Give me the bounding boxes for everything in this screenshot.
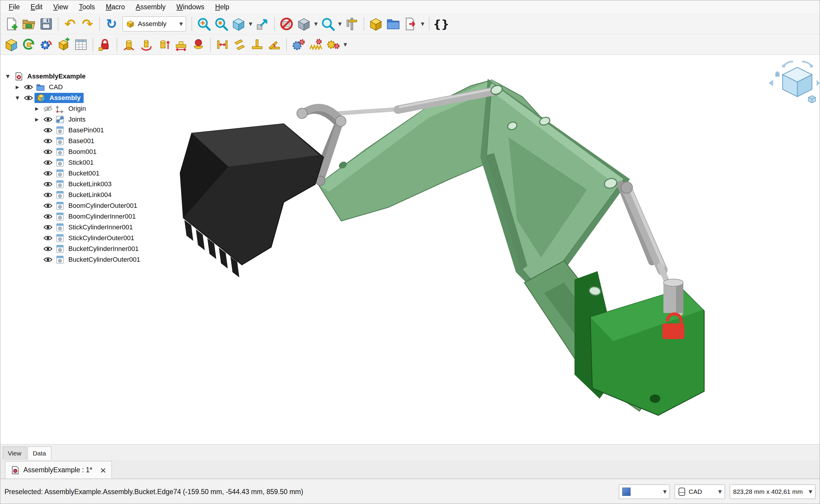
rack-pinion-joint-button[interactable] [307,36,325,53]
visibility-eye-icon[interactable] [42,181,54,187]
tree-item-part[interactable]: Bucket001 [0,168,162,179]
new-part-button[interactable] [55,36,72,53]
toggle-grounded-button[interactable] [96,36,113,53]
menu-edit[interactable]: Edit [25,0,48,13]
clipping-plane-button[interactable] [278,15,295,33]
tab-data[interactable]: Data [28,447,51,460]
expander-down-icon[interactable]: ▼ [12,95,22,101]
distance-joint-button[interactable] [214,36,231,53]
background-color-select[interactable]: ▼ [619,485,670,499]
visibility-eye-icon[interactable] [42,235,54,241]
appearance-dropdown-arrow[interactable]: ▼ [313,15,319,33]
export-dropdown-arrow[interactable]: ▼ [419,15,426,33]
visibility-eye-icon[interactable] [42,202,54,209]
open-document-button[interactable] [20,15,37,33]
bill-of-materials-button[interactable] [72,36,90,53]
undo-button[interactable]: ↶ [61,15,79,33]
tree-item-part[interactable]: BucketLink004 [0,190,162,200]
zoom-dropdown-arrow[interactable]: ▼ [337,15,343,33]
fit-all-button[interactable] [195,15,213,33]
export-button[interactable] [402,15,419,33]
menu-macro[interactable]: Macro [100,0,130,13]
workbench-selector[interactable]: Assembly ▼ [122,16,186,31]
expander-down-icon[interactable]: ▼ [3,74,13,79]
expression-button[interactable]: {} [432,15,450,33]
gears-dropdown-arrow[interactable]: ▼ [342,36,349,53]
expander-right-icon[interactable]: ▶ [32,106,42,111]
slider-joint-button[interactable] [172,36,190,53]
visibility-eye-icon[interactable] [42,246,54,252]
isometric-view-button[interactable] [230,15,247,33]
tree-item-part[interactable]: Boom001 [0,146,162,157]
refresh-button[interactable]: ↻ [103,15,120,33]
cylindrical-joint-button[interactable] [155,36,172,53]
zoom-button[interactable] [319,15,337,33]
create-part-button[interactable] [367,15,385,33]
fit-selection-button[interactable] [213,15,230,33]
navigation-style-select[interactable]: CAD ▼ [675,485,725,499]
visibility-eye-off-icon[interactable] [42,105,54,112]
link-navigate-button[interactable] [254,15,271,33]
fixed-joint-button[interactable] [120,36,137,53]
menu-view[interactable]: View [48,0,73,13]
revolute-joint-button[interactable] [137,36,155,53]
appearance-button[interactable] [295,15,313,33]
menu-tools[interactable]: Tools [73,0,100,13]
save-document-button[interactable] [37,15,55,33]
visibility-eye-icon[interactable] [22,84,34,90]
base-pin-part[interactable] [664,279,683,313]
tab-view[interactable]: View [3,447,26,460]
visibility-eye-icon[interactable] [42,116,54,123]
tree-item-cad[interactable]: ▶ CAD [0,82,162,93]
create-group-button[interactable] [385,15,402,33]
menu-help[interactable]: Help [210,0,235,13]
visibility-eye-icon[interactable] [42,127,54,134]
visibility-eye-icon[interactable] [42,159,54,166]
visibility-eye-icon[interactable] [42,224,54,231]
view-dropdown-arrow[interactable]: ▼ [247,15,254,33]
expander-right-icon[interactable]: ▶ [12,84,22,90]
parallel-joint-button[interactable] [231,36,249,53]
insert-component-button[interactable] [20,36,37,53]
tree-item-part[interactable]: StickCylinderInner001 [0,222,162,233]
visibility-eye-icon[interactable] [42,192,54,198]
tree-item-part[interactable]: BucketCylinderInner001 [0,243,162,254]
dimension-select[interactable]: 823,28 mm x 402,61 mm ▼ [730,485,816,499]
tree-item-joints[interactable]: ▶ Joints [0,114,162,125]
tree-item-root[interactable]: ▼ AssemblyExample [0,71,162,82]
gears-joint-button[interactable] [325,36,342,53]
tree-item-part[interactable]: BucketLink003 [0,179,162,190]
tree-item-part[interactable]: BoomCylinderInner001 [0,211,162,222]
visibility-eye-icon[interactable] [42,256,54,263]
tree-item-part[interactable]: StickCylinderOuter001 [0,233,162,243]
create-assembly-button[interactable] [3,36,20,53]
tree-item-part[interactable]: BucketCylinderOuter001 [0,254,162,265]
perpendicular-joint-button[interactable] [249,36,266,53]
tree-item-part[interactable]: BoomCylinderOuter001 [0,200,162,211]
measure-button[interactable] [343,15,361,33]
visibility-eye-icon[interactable] [42,138,54,144]
menu-assembly[interactable]: Assembly [130,0,171,13]
gear-joint-button[interactable] [290,36,307,53]
visibility-eye-icon[interactable] [42,213,54,220]
tree-item-part[interactable]: Base001 [0,136,162,146]
menu-file[interactable]: File [3,0,25,13]
tree-item-part[interactable]: BasePin001 [0,125,162,136]
close-icon[interactable]: × [100,465,106,475]
bucket-part[interactable] [180,124,323,277]
navigation-cube[interactable] [768,62,820,103]
redo-button[interactable]: ↷ [79,15,96,33]
new-document-button[interactable] [3,15,20,33]
menu-windows[interactable]: Windows [171,0,210,13]
tree-item-origin[interactable]: ▶ Origin [0,103,162,114]
expander-right-icon[interactable]: ▶ [32,117,42,122]
tree-item-assembly[interactable]: ▼ Assembly [0,93,162,103]
visibility-eye-icon[interactable] [22,95,34,101]
tree-item-part[interactable]: Stick001 [0,157,162,168]
visibility-eye-icon[interactable] [42,170,54,177]
solve-assembly-button[interactable] [37,36,55,53]
ball-joint-button[interactable] [190,36,207,53]
angle-joint-button[interactable] [266,36,283,53]
home-icon[interactable] [775,71,780,77]
document-tab[interactable]: AssemblyExample : 1* × [5,461,112,479]
